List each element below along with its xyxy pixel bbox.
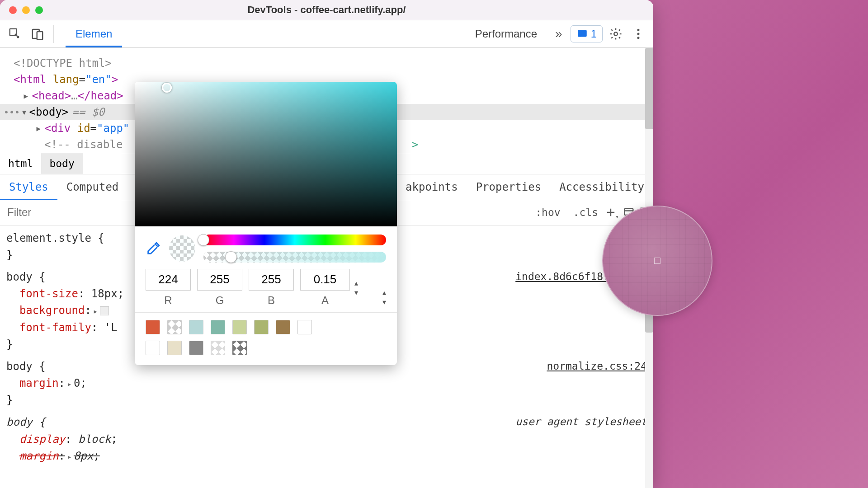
window-controls (9, 6, 43, 14)
eyedropper-icon[interactable] (146, 241, 161, 256)
palette-swatch[interactable] (167, 341, 182, 355)
svg-point-6 (637, 33, 640, 35)
a-input[interactable] (300, 269, 350, 291)
sv-thumb[interactable] (162, 83, 172, 93)
toolbar: Elemen Performance » 1 (0, 20, 653, 47)
palette-swatch[interactable] (146, 320, 160, 334)
color-swatch-icon[interactable] (100, 306, 109, 315)
kebab-menu-icon[interactable] (629, 24, 648, 43)
palette-swatch[interactable] (167, 320, 182, 334)
hov-toggle[interactable]: :hov (529, 206, 566, 218)
saturation-value-field[interactable] (135, 82, 397, 226)
color-picker: R G B A ▴▾ ▴▾ (135, 82, 397, 365)
source-link[interactable]: normalize.css:24 (547, 358, 647, 375)
new-rule-icon[interactable]: ▾ (604, 203, 621, 222)
rule-body-ua: user agent stylesheet body { display: bl… (6, 414, 647, 465)
issues-button[interactable]: 1 (571, 25, 603, 42)
dom-doctype: <!DOCTYPE html> (14, 57, 112, 70)
palette-swatch[interactable] (232, 320, 247, 334)
breadcrumb-html[interactable]: html (0, 153, 41, 174)
tab-performance[interactable]: Performance (465, 28, 547, 40)
b-input[interactable] (249, 269, 294, 291)
hue-slider[interactable] (203, 235, 386, 245)
subtab-styles[interactable]: Styles (0, 174, 57, 200)
titlebar: DevTools - coffee-cart.netlify.app/ (0, 0, 653, 20)
palette-swatch[interactable] (297, 320, 312, 334)
settings-icon[interactable] (606, 24, 625, 43)
issues-count: 1 (591, 28, 597, 40)
svg-point-4 (614, 32, 618, 36)
svg-point-7 (637, 37, 640, 39)
window-title: DevTools - coffee-cart.netlify.app/ (0, 4, 653, 16)
format-stepper[interactable]: ▴▾ (354, 279, 358, 297)
palette-swatch[interactable] (211, 320, 225, 334)
r-input[interactable] (146, 269, 191, 291)
scroll-thumb[interactable] (645, 48, 653, 129)
inspect-icon[interactable] (5, 24, 24, 43)
maximize-icon[interactable] (35, 6, 43, 14)
palette-swatch[interactable] (189, 320, 203, 334)
more-tabs-icon[interactable]: » (551, 27, 567, 41)
eyedropper-magnifier[interactable] (602, 206, 712, 316)
rule-body-normalize: normalize.css:24 body { margin:0; } (6, 358, 647, 409)
palette-swatch[interactable] (254, 320, 269, 334)
alpha-slider[interactable] (203, 252, 386, 263)
palette-swatch[interactable] (189, 341, 203, 355)
subtab-properties[interactable]: Properties (467, 174, 551, 200)
subtab-accessibility[interactable]: Accessibility (550, 174, 653, 200)
palette-stepper[interactable]: ▴▾ (382, 288, 386, 306)
minimize-icon[interactable] (22, 6, 30, 14)
device-toggle-icon[interactable] (28, 24, 47, 43)
palette-swatch[interactable] (232, 341, 247, 355)
tab-elements[interactable]: Elemen (66, 20, 122, 47)
hue-thumb[interactable] (198, 234, 209, 246)
cls-toggle[interactable]: .cls (567, 206, 604, 218)
svg-rect-2 (37, 32, 43, 40)
g-input[interactable] (197, 269, 242, 291)
palette-swatch[interactable] (211, 341, 225, 355)
palette-swatch[interactable] (276, 320, 290, 334)
close-icon[interactable] (9, 6, 17, 14)
svg-point-5 (637, 29, 640, 31)
color-preview (169, 235, 195, 262)
swatch-palette: ▴▾ (135, 312, 397, 365)
subtab-computed[interactable]: Computed (57, 174, 128, 200)
svg-rect-3 (578, 30, 587, 37)
breadcrumb-body[interactable]: body (41, 153, 82, 174)
alpha-thumb[interactable] (225, 251, 237, 263)
subtab-breakpoints[interactable]: akpoints (396, 174, 467, 200)
devtools-window: DevTools - coffee-cart.netlify.app/ Elem… (0, 0, 653, 488)
palette-swatch[interactable] (146, 341, 160, 355)
